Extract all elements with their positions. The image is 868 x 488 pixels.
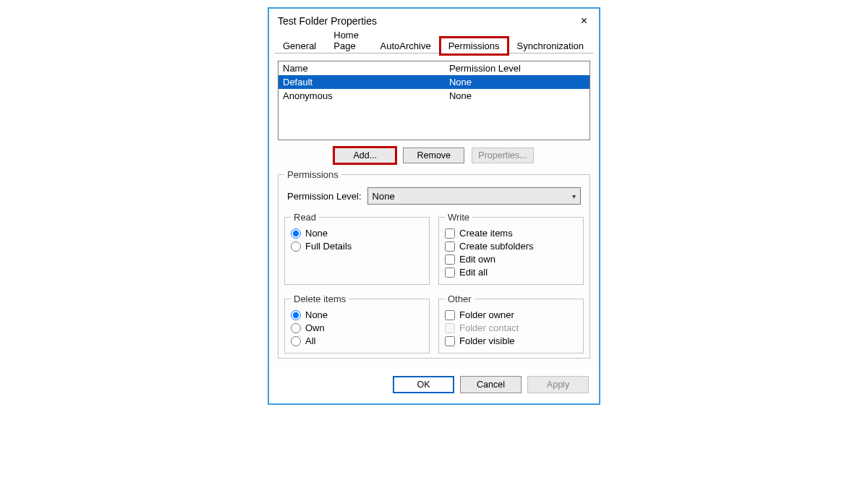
ok-button[interactable]: OK [393,376,454,393]
column-header-name: Name [283,63,449,74]
permission-level-label: Permission Level: [287,191,362,202]
remove-button[interactable]: Remove [403,147,464,163]
read-full-details-option[interactable]: Full Details [291,241,423,252]
permissions-tab-body: Name Permission Level Default None Anony… [269,53,599,367]
folder-properties-dialog: Test Folder Properties × General Home Pa… [268,7,600,405]
cell-name: Anonymous [283,90,449,101]
tab-general[interactable]: General [275,38,324,53]
delete-group: Delete items None Own All [284,294,430,354]
delete-legend: Delete items [291,294,349,304]
other-legend: Other [445,294,475,304]
user-list-row[interactable]: Default None [278,75,590,89]
dialog-footer: OK Cancel Apply [269,367,599,403]
edit-all-checkbox[interactable] [445,267,455,278]
cell-name: Default [283,77,449,87]
tab-permissions[interactable]: Permissions [441,38,508,54]
properties-button: Properties... [472,147,533,163]
user-buttons-row: Add... Remove Properties... [278,147,590,163]
dialog-title: Test Folder Properties [278,15,377,27]
write-legend: Write [445,212,472,223]
tab-synchronization[interactable]: Synchronization [509,38,592,53]
write-edit-own-option[interactable]: Edit own [445,254,577,265]
delete-none-option[interactable]: None [291,309,423,320]
delete-all-radio[interactable] [291,336,301,346]
tab-home-page[interactable]: Home Page [326,27,370,53]
cell-level: None [449,77,585,87]
column-header-permission-level: Permission Level [449,63,585,74]
chevron-down-icon: ▾ [572,192,576,200]
tabstrip: General Home Page AutoArchive Permission… [269,35,599,53]
user-list-header: Name Permission Level [278,61,590,75]
user-list[interactable]: Name Permission Level Default None Anony… [278,61,590,140]
tab-autoarchive[interactable]: AutoArchive [373,38,439,53]
folder-contact-checkbox [445,323,455,333]
create-subfolders-checkbox[interactable] [445,241,455,252]
cancel-button[interactable]: Cancel [460,376,522,393]
edit-own-checkbox[interactable] [445,254,455,265]
delete-own-option[interactable]: Own [291,322,423,333]
write-create-items-option[interactable]: Create items [445,228,577,239]
read-group: Read None Full Details [284,212,430,285]
permissions-group: Permissions Permission Level: None ▾ Rea… [278,169,590,359]
user-list-row[interactable]: Anonymous None [278,89,590,103]
permission-level-select[interactable]: None ▾ [367,187,581,205]
write-group: Write Create items Create subfolders Edi… [438,212,584,285]
write-create-subfolders-option[interactable]: Create subfolders [445,241,577,252]
permission-level-row: Permission Level: None ▾ [284,187,584,205]
folder-visible-checkbox[interactable] [445,336,455,346]
delete-none-radio[interactable] [291,310,301,320]
read-none-option[interactable]: None [291,228,423,239]
write-edit-all-option[interactable]: Edit all [445,267,577,278]
titlebar: Test Folder Properties × [269,9,599,35]
read-none-radio[interactable] [291,228,301,239]
read-full-radio[interactable] [291,241,301,252]
folder-visible-option[interactable]: Folder visible [445,335,577,346]
folder-contact-option: Folder contact [445,322,577,333]
permission-level-value: None [373,191,395,202]
add-button[interactable]: Add... [334,147,396,163]
permissions-legend: Permissions [284,169,341,180]
delete-all-option[interactable]: All [291,335,423,346]
create-items-checkbox[interactable] [445,228,455,239]
close-icon[interactable]: × [576,13,592,29]
apply-button: Apply [527,376,589,393]
cell-level: None [449,90,585,101]
folder-owner-option[interactable]: Folder owner [445,309,577,320]
folder-owner-checkbox[interactable] [445,310,455,320]
other-group: Other Folder owner Folder contact Folder… [438,294,584,354]
delete-own-radio[interactable] [291,323,301,333]
read-legend: Read [291,212,319,223]
